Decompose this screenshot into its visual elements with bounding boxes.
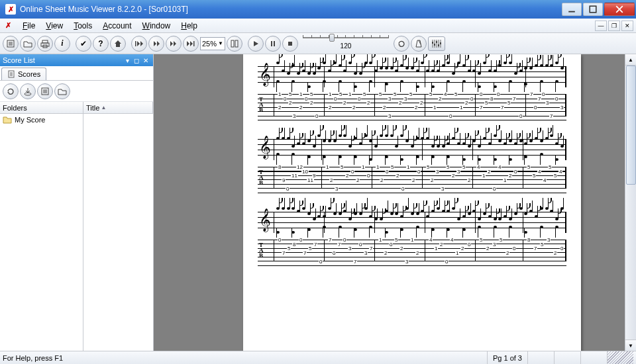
maximize-button[interactable] [583, 3, 603, 16]
pause-button[interactable] [265, 36, 281, 52]
menu-tools[interactable]: Tools [68, 20, 97, 32]
fit-width-button[interactable] [227, 36, 242, 52]
refresh-button[interactable] [3, 83, 19, 99]
tab-scores[interactable]: Scores [1, 68, 46, 80]
first-page-button[interactable] [131, 36, 147, 52]
next-page-button[interactable] [166, 36, 182, 52]
titles-pane [83, 114, 153, 351]
svg-rect-11 [135, 41, 136, 46]
mdi-restore-button[interactable]: ❐ [608, 21, 620, 31]
folder-label: My Score [15, 116, 45, 124]
resize-grip[interactable] [607, 351, 633, 364]
tempo-value: 120 [341, 42, 352, 50]
menu-file[interactable]: File [17, 20, 40, 32]
status-cell-2 [554, 351, 580, 364]
panel-close-icon[interactable]: ✕ [141, 56, 150, 65]
menu-window[interactable]: Window [137, 20, 176, 32]
folders-pane: My Score [0, 114, 83, 351]
scroll-thumb[interactable] [626, 66, 636, 185]
last-page-button[interactable] [183, 36, 199, 52]
svg-rect-24 [432, 42, 433, 44]
column-folders[interactable]: Folders [0, 102, 83, 113]
panel-header: Score List ▾ ◻ ✕ [0, 54, 153, 66]
svg-rect-26 [436, 41, 437, 43]
score-viewer: 𝄞TAB120523120520120521205252335235225124… [154, 54, 636, 351]
stop-button[interactable] [282, 36, 298, 52]
svg-rect-14 [235, 40, 238, 47]
info-button[interactable]: i [54, 36, 70, 52]
close-button[interactable] [604, 3, 635, 16]
menubar: ✗ File View Tools Account Window Help — … [0, 19, 636, 33]
scroll-up-icon[interactable]: ▲ [625, 54, 636, 66]
minimize-button[interactable] [562, 3, 582, 16]
panel-pin-icon[interactable]: ◻ [132, 56, 141, 65]
list-view-button[interactable] [37, 83, 53, 99]
menu-help[interactable]: Help [176, 20, 203, 32]
panel-title: Score List [3, 56, 35, 64]
window-title: Online Sheet Music Viewer 8.2.2.0 - [Sor… [20, 5, 560, 14]
panel-dropdown-icon[interactable]: ▾ [123, 56, 132, 65]
svg-rect-27 [438, 44, 439, 46]
prev-page-button[interactable] [148, 36, 164, 52]
check-button[interactable]: ✔ [76, 36, 91, 52]
svg-rect-1 [590, 6, 596, 13]
document-icon [7, 70, 15, 78]
download-button[interactable] [20, 83, 36, 99]
tab-label: Scores [18, 70, 40, 78]
loop-button[interactable] [394, 36, 409, 52]
svg-rect-17 [288, 42, 292, 46]
menu-view[interactable]: View [40, 20, 68, 32]
folder-icon [3, 116, 12, 124]
svg-rect-16 [274, 41, 275, 46]
status-cell-1 [527, 351, 554, 364]
open-folder-button[interactable] [54, 83, 70, 99]
menu-account[interactable]: Account [97, 20, 136, 32]
status-cell-3 [580, 351, 607, 364]
print-button[interactable] [37, 36, 53, 52]
sidebar: Score List ▾ ◻ ✕ Scores Folders Title ▲ [0, 54, 154, 351]
svg-rect-8 [42, 40, 48, 43]
svg-rect-12 [193, 41, 195, 46]
status-page: Pg 1 of 3 [487, 351, 527, 364]
sort-asc-icon: ▲ [101, 105, 106, 111]
play-button[interactable] [248, 36, 264, 52]
svg-rect-25 [434, 44, 435, 46]
mdi-close-button[interactable]: ✕ [621, 21, 633, 31]
score-list-button[interactable] [3, 36, 19, 52]
zoom-select[interactable]: 25%▼ [200, 37, 225, 50]
metronome-button[interactable] [411, 36, 427, 52]
tempo-slider[interactable]: 120 [299, 37, 392, 50]
status-help: For Help, press F1 [3, 354, 487, 362]
svg-rect-15 [271, 41, 272, 46]
mixer-button[interactable] [428, 36, 445, 51]
scroll-down-icon[interactable]: ▼ [625, 340, 636, 351]
score-page: 𝄞TAB120523120520120521205252335235225124… [243, 54, 581, 351]
open-button[interactable] [20, 36, 36, 52]
doc-app-icon: ✗ [3, 21, 13, 31]
window-titlebar: ✗ Online Sheet Music Viewer 8.2.2.0 - [S… [0, 0, 636, 19]
statusbar: For Help, press F1 Pg 1 of 3 [0, 351, 636, 364]
toolbar: i ✔ ? 25%▼ 120 [0, 33, 636, 54]
svg-rect-28 [440, 42, 441, 44]
folder-item[interactable]: My Score [1, 115, 81, 124]
vertical-scrollbar[interactable]: ▲ ▼ [625, 54, 636, 351]
mdi-minimize-button[interactable]: — [595, 21, 607, 31]
help-button[interactable]: ? [93, 36, 109, 52]
column-title[interactable]: Title ▲ [83, 102, 153, 113]
app-icon: ✗ [5, 4, 16, 15]
svg-rect-13 [231, 40, 234, 47]
home-button[interactable] [110, 36, 126, 52]
